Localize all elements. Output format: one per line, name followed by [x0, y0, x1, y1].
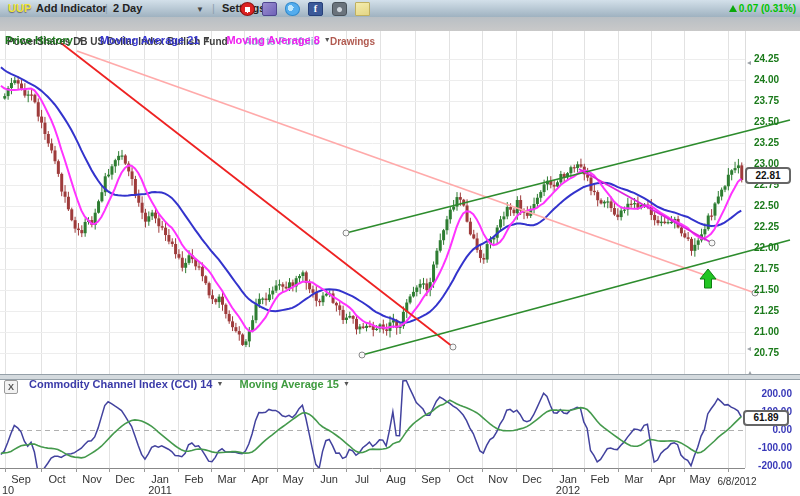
price-tick: 23.50	[754, 116, 779, 127]
up-arrow-icon	[729, 5, 737, 12]
charting-app-window: UUP Add Indicator | 2 Day ▼ | Settings f…	[0, 0, 800, 496]
last-price-label: 22.81	[745, 167, 791, 184]
price-tick: 23.75	[754, 95, 779, 106]
library-icon[interactable]	[262, 2, 277, 16]
symbol-ticker[interactable]: UUP	[8, 2, 31, 14]
month-label: Jul	[355, 473, 369, 485]
chevron-down-icon[interactable]: ▼	[196, 5, 204, 14]
price-tick: 21.75	[754, 263, 779, 274]
axis-handle-icon[interactable]: ◂	[747, 58, 751, 67]
cci-panel-header: X Commodity Channel Index (CCI) 14▼ Movi…	[4, 378, 350, 394]
price-tick: 21.00	[754, 326, 779, 337]
month-label: Mar	[625, 473, 644, 485]
month-label: Jun	[320, 473, 338, 485]
month-label: Nov	[82, 473, 102, 485]
panel-divider[interactable]	[0, 374, 800, 380]
year-label: 10	[2, 484, 14, 496]
ma21-dropdown[interactable]: Moving Average 21	[100, 34, 199, 46]
chevron-down-icon[interactable]: ▼	[203, 36, 210, 43]
close-icon[interactable]: X	[4, 380, 18, 394]
cci-tick: -200.00	[758, 460, 792, 471]
month-label: Feb	[185, 473, 204, 485]
month-label: Nov	[488, 473, 508, 485]
month-label: Dec	[115, 473, 135, 485]
price-tick: 22.25	[754, 221, 779, 232]
price-tick: 22.00	[754, 242, 779, 253]
chevron-down-icon[interactable]: ▼	[343, 380, 350, 387]
price-tick: 22.50	[754, 200, 779, 211]
last-cci-label: 61.89	[743, 410, 789, 426]
add-indicator-button[interactable]: Add Indicator	[36, 2, 107, 14]
price-tick: 24.25	[754, 53, 779, 64]
price-tick: 21.25	[754, 305, 779, 316]
ma8-dropdown[interactable]: Moving Average 8	[226, 34, 319, 46]
drawings-button[interactable]: Drawings	[330, 36, 375, 47]
price-tick: 23.25	[754, 137, 779, 148]
month-label: May	[283, 473, 304, 485]
axis-handle-icon[interactable]: ◂	[747, 344, 751, 353]
facebook-icon[interactable]: f	[308, 2, 323, 16]
toolbar-separator: |	[105, 2, 108, 14]
cci-tick: 200.00	[761, 388, 792, 399]
price-change-badge: 0.07 (0.31%)	[729, 3, 796, 14]
price-tick: 21.50	[754, 284, 779, 295]
chevron-down-icon[interactable]: ▼	[216, 380, 223, 387]
month-label: May	[690, 473, 711, 485]
scroll-up-icon[interactable]: ▴	[748, 368, 752, 377]
month-label: Oct	[456, 473, 473, 485]
toolbar: UUP Add Indicator | 2 Day ▼ | Settings f…	[0, 0, 800, 17]
year-label: 2012	[556, 484, 580, 496]
main-chart-legend: Price History▼ Moving Average 21▼ Moving…	[5, 34, 331, 46]
chevron-down-icon[interactable]: ▼	[324, 36, 331, 43]
price-tick: 20.75	[754, 347, 779, 358]
toolbar-separator: |	[212, 2, 215, 14]
price-history-dropdown[interactable]: Price History	[5, 34, 73, 46]
month-label: Oct	[48, 473, 65, 485]
chart-plot-canvas[interactable]	[0, 0, 800, 496]
month-label: Apr	[658, 473, 675, 485]
sticky-note-icon[interactable]	[355, 2, 370, 16]
chevron-down-icon[interactable]: ▼	[77, 36, 84, 43]
month-label: Sep	[11, 473, 31, 485]
month-label: Apr	[251, 473, 268, 485]
alarm-clock-icon[interactable]	[240, 2, 255, 16]
subheader: PowerShares DB US Dollar Index Bullish F…	[0, 17, 800, 31]
month-label: Aug	[386, 473, 406, 485]
month-label: Feb	[591, 473, 610, 485]
month-label: Sep	[421, 473, 441, 485]
timeframe-dropdown[interactable]: 2 Day	[113, 2, 142, 14]
year-label: 2011	[148, 484, 172, 496]
cci-tick: -100.00	[758, 442, 792, 453]
month-label: Dec	[522, 473, 542, 485]
end-date-label: 6/8/2012	[718, 476, 757, 487]
price-tick: 24.00	[754, 74, 779, 85]
twitter-icon[interactable]	[285, 2, 300, 16]
month-label: Mar	[218, 473, 237, 485]
camera-icon[interactable]	[332, 2, 347, 16]
